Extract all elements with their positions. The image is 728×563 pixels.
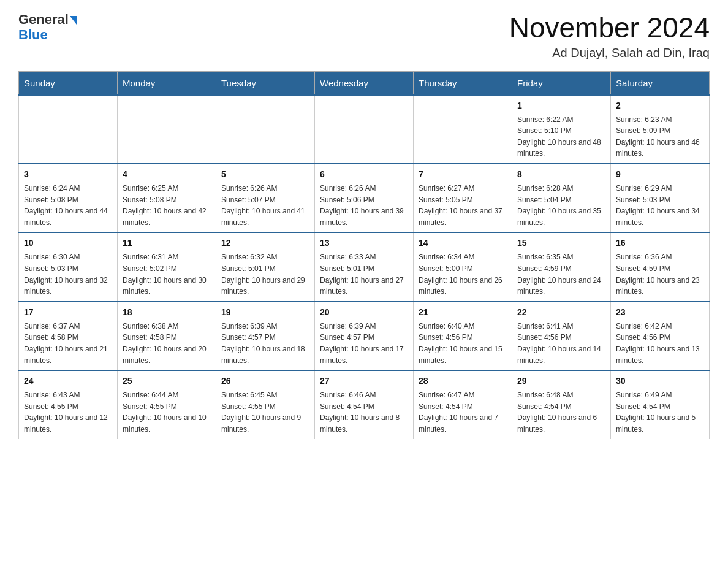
day-info: Sunrise: 6:35 AMSunset: 4:59 PMDaylight:… (517, 251, 605, 297)
day-info: Sunrise: 6:49 AMSunset: 4:54 PMDaylight:… (616, 389, 704, 435)
day-number: 8 (517, 168, 605, 181)
day-info: Sunrise: 6:41 AMSunset: 4:56 PMDaylight:… (517, 321, 605, 366)
calendar-cell-1-2 (118, 95, 216, 164)
day-info: Sunrise: 6:37 AMSunset: 4:58 PMDaylight:… (24, 321, 112, 366)
calendar-header-thursday: Thursday (414, 71, 512, 95)
day-info: Sunrise: 6:29 AMSunset: 5:03 PMDaylight:… (616, 183, 704, 228)
calendar-cell-1-4 (315, 95, 414, 164)
calendar-header-tuesday: Tuesday (216, 71, 315, 95)
day-number: 5 (221, 168, 309, 181)
day-info: Sunrise: 6:24 AMSunset: 5:08 PMDaylight:… (24, 183, 112, 228)
calendar-cell-3-2: 11Sunrise: 6:31 AMSunset: 5:02 PMDayligh… (118, 232, 216, 301)
calendar-week-row-5: 24Sunrise: 6:43 AMSunset: 4:55 PMDayligh… (19, 370, 710, 439)
day-number: 10 (24, 237, 112, 250)
logo: General Blue (18, 12, 77, 43)
day-number: 22 (517, 306, 605, 319)
day-info: Sunrise: 6:23 AMSunset: 5:09 PMDaylight:… (616, 114, 704, 159)
calendar-cell-1-3 (216, 95, 315, 164)
day-info: Sunrise: 6:36 AMSunset: 4:59 PMDaylight:… (616, 251, 704, 297)
day-info: Sunrise: 6:22 AMSunset: 5:10 PMDaylight:… (517, 114, 605, 159)
day-number: 4 (123, 168, 211, 181)
day-number: 30 (616, 375, 704, 388)
day-number: 11 (123, 237, 211, 250)
calendar-cell-4-2: 18Sunrise: 6:38 AMSunset: 4:58 PMDayligh… (118, 302, 216, 370)
calendar-cell-1-6: 1Sunrise: 6:22 AMSunset: 5:10 PMDaylight… (512, 95, 611, 164)
calendar-cell-4-6: 22Sunrise: 6:41 AMSunset: 4:56 PMDayligh… (512, 302, 611, 370)
calendar-cell-5-3: 26Sunrise: 6:45 AMSunset: 4:55 PMDayligh… (216, 370, 315, 439)
day-info: Sunrise: 6:28 AMSunset: 5:04 PMDaylight:… (517, 183, 605, 228)
day-number: 26 (221, 375, 309, 388)
day-number: 13 (320, 237, 408, 250)
page-header: General Blue November 2024 Ad Dujayl, Sa… (18, 12, 710, 60)
day-info: Sunrise: 6:39 AMSunset: 4:57 PMDaylight:… (320, 321, 408, 366)
calendar-header-monday: Monday (118, 71, 216, 95)
day-info: Sunrise: 6:26 AMSunset: 5:06 PMDaylight:… (320, 183, 408, 228)
day-info: Sunrise: 6:31 AMSunset: 5:02 PMDaylight:… (123, 251, 211, 297)
calendar-cell-5-4: 27Sunrise: 6:46 AMSunset: 4:54 PMDayligh… (315, 370, 414, 439)
day-number: 9 (616, 168, 704, 181)
day-number: 29 (517, 375, 605, 388)
calendar-cell-3-3: 12Sunrise: 6:32 AMSunset: 5:01 PMDayligh… (216, 232, 315, 301)
calendar-table: SundayMondayTuesdayWednesdayThursdayFrid… (18, 71, 710, 440)
calendar-week-row-4: 17Sunrise: 6:37 AMSunset: 4:58 PMDayligh… (19, 302, 710, 370)
day-number: 27 (320, 375, 408, 388)
day-number: 3 (24, 168, 112, 181)
calendar-cell-4-1: 17Sunrise: 6:37 AMSunset: 4:58 PMDayligh… (19, 302, 118, 370)
calendar-week-row-1: 1Sunrise: 6:22 AMSunset: 5:10 PMDaylight… (19, 95, 710, 164)
calendar-cell-2-7: 9Sunrise: 6:29 AMSunset: 5:03 PMDaylight… (611, 164, 710, 232)
calendar-header-row: SundayMondayTuesdayWednesdayThursdayFrid… (19, 71, 710, 95)
day-info: Sunrise: 6:42 AMSunset: 4:56 PMDaylight:… (616, 321, 704, 366)
calendar-cell-3-1: 10Sunrise: 6:30 AMSunset: 5:03 PMDayligh… (19, 232, 118, 301)
calendar-cell-5-1: 24Sunrise: 6:43 AMSunset: 4:55 PMDayligh… (19, 370, 118, 439)
day-number: 6 (320, 168, 408, 181)
calendar-week-row-3: 10Sunrise: 6:30 AMSunset: 5:03 PMDayligh… (19, 232, 710, 301)
day-info: Sunrise: 6:32 AMSunset: 5:01 PMDaylight:… (221, 251, 309, 297)
day-number: 7 (419, 168, 507, 181)
day-number: 21 (419, 306, 507, 319)
day-info: Sunrise: 6:33 AMSunset: 5:01 PMDaylight:… (320, 251, 408, 297)
day-info: Sunrise: 6:38 AMSunset: 4:58 PMDaylight:… (123, 321, 211, 366)
main-title: November 2024 (509, 12, 710, 44)
calendar-cell-5-5: 28Sunrise: 6:47 AMSunset: 4:54 PMDayligh… (414, 370, 512, 439)
day-info: Sunrise: 6:45 AMSunset: 4:55 PMDaylight:… (221, 389, 309, 435)
calendar-cell-4-7: 23Sunrise: 6:42 AMSunset: 4:56 PMDayligh… (611, 302, 710, 370)
calendar-cell-5-6: 29Sunrise: 6:48 AMSunset: 4:54 PMDayligh… (512, 370, 611, 439)
day-number: 15 (517, 237, 605, 250)
calendar-cell-2-3: 5Sunrise: 6:26 AMSunset: 5:07 PMDaylight… (216, 164, 315, 232)
calendar-cell-2-4: 6Sunrise: 6:26 AMSunset: 5:06 PMDaylight… (315, 164, 414, 232)
calendar-cell-3-5: 14Sunrise: 6:34 AMSunset: 5:00 PMDayligh… (414, 232, 512, 301)
day-number: 20 (320, 306, 408, 319)
calendar-header-friday: Friday (512, 71, 611, 95)
calendar-week-row-2: 3Sunrise: 6:24 AMSunset: 5:08 PMDaylight… (19, 164, 710, 232)
calendar-cell-2-2: 4Sunrise: 6:25 AMSunset: 5:08 PMDaylight… (118, 164, 216, 232)
day-info: Sunrise: 6:46 AMSunset: 4:54 PMDaylight:… (320, 389, 408, 435)
calendar-header-wednesday: Wednesday (315, 71, 414, 95)
calendar-cell-3-6: 15Sunrise: 6:35 AMSunset: 4:59 PMDayligh… (512, 232, 611, 301)
calendar-cell-5-2: 25Sunrise: 6:44 AMSunset: 4:55 PMDayligh… (118, 370, 216, 439)
calendar-cell-2-5: 7Sunrise: 6:27 AMSunset: 5:05 PMDaylight… (414, 164, 512, 232)
day-number: 1 (517, 99, 605, 112)
day-number: 19 (221, 306, 309, 319)
day-number: 18 (123, 306, 211, 319)
day-number: 23 (616, 306, 704, 319)
calendar-cell-1-7: 2Sunrise: 6:23 AMSunset: 5:09 PMDaylight… (611, 95, 710, 164)
day-info: Sunrise: 6:26 AMSunset: 5:07 PMDaylight:… (221, 183, 309, 228)
logo-blue: Blue (18, 27, 48, 43)
calendar-cell-2-1: 3Sunrise: 6:24 AMSunset: 5:08 PMDaylight… (19, 164, 118, 232)
day-number: 12 (221, 237, 309, 250)
day-number: 14 (419, 237, 507, 250)
day-info: Sunrise: 6:47 AMSunset: 4:54 PMDaylight:… (419, 389, 507, 435)
calendar-header-sunday: Sunday (19, 71, 118, 95)
day-info: Sunrise: 6:48 AMSunset: 4:54 PMDaylight:… (517, 389, 605, 435)
day-number: 24 (24, 375, 112, 388)
day-info: Sunrise: 6:30 AMSunset: 5:03 PMDaylight:… (24, 251, 112, 297)
calendar-cell-3-4: 13Sunrise: 6:33 AMSunset: 5:01 PMDayligh… (315, 232, 414, 301)
calendar-cell-1-5 (414, 95, 512, 164)
day-info: Sunrise: 6:34 AMSunset: 5:00 PMDaylight:… (419, 251, 507, 297)
calendar-cell-4-3: 19Sunrise: 6:39 AMSunset: 4:57 PMDayligh… (216, 302, 315, 370)
calendar-cell-5-7: 30Sunrise: 6:49 AMSunset: 4:54 PMDayligh… (611, 370, 710, 439)
calendar-cell-1-1 (19, 95, 118, 164)
day-info: Sunrise: 6:25 AMSunset: 5:08 PMDaylight:… (123, 183, 211, 228)
day-info: Sunrise: 6:44 AMSunset: 4:55 PMDaylight:… (123, 389, 211, 435)
calendar-cell-2-6: 8Sunrise: 6:28 AMSunset: 5:04 PMDaylight… (512, 164, 611, 232)
